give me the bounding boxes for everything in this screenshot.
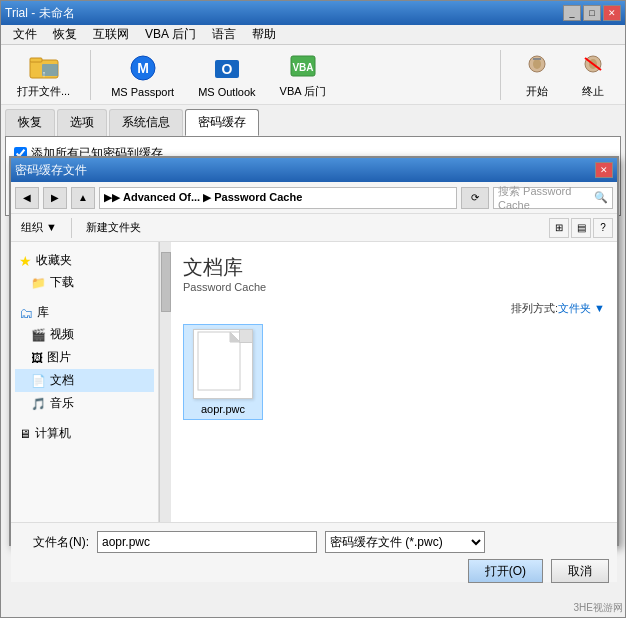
forward-icon: ▶ [51, 192, 59, 203]
computer-section: 🖥 计算机 [15, 423, 154, 444]
filename-label: 文件名(N): [19, 534, 89, 551]
up-icon: ▲ [78, 192, 88, 203]
dialog-bottom: 文件名(N): 密码缓存文件 (*.pwc) 打开(O) 取消 [11, 522, 617, 582]
favorites-section: ★ 收藏夹 📁 下载 [15, 250, 154, 294]
bottom-buttons: 打开(O) 取消 [19, 559, 609, 583]
library-section: 🗂 库 🎬 视频 🖼 图片 [15, 302, 154, 415]
dlg-toolbar-sep [71, 218, 72, 238]
filename-row: 文件名(N): 密码缓存文件 (*.pwc) [19, 531, 609, 553]
favorites-label: 收藏夹 [36, 252, 72, 269]
library-header[interactable]: 🗂 库 [15, 302, 154, 323]
nav-item-documents[interactable]: 📄 文档 [15, 369, 154, 392]
file-thumbnail [193, 329, 253, 399]
documents-icon: 📄 [31, 374, 46, 388]
music-icon: 🎵 [31, 397, 46, 411]
back-button[interactable]: ◀ [15, 187, 39, 209]
dialog-title-bar: 密码缓存文件 ✕ [11, 158, 617, 182]
sort-bar: 排列方式: 文件夹 ▼ [183, 301, 605, 316]
dialog-toolbar: 组织 ▼ 新建文件夹 ⊞ ▤ ? [11, 214, 617, 242]
cancel-button[interactable]: 取消 [551, 559, 609, 583]
sort-label: 排列方式: [511, 301, 558, 316]
content-header: 文档库 Password Cache [183, 254, 605, 293]
dialog-address-bar: ◀ ▶ ▲ ▶▶ Advanced Of... ▶ Password Cache… [11, 182, 617, 214]
nav-item-video[interactable]: 🎬 视频 [15, 323, 154, 346]
help-button[interactable]: ? [593, 218, 613, 238]
file-name: aopr.pwc [201, 403, 245, 415]
view-icons: ⊞ ▤ ? [549, 218, 613, 238]
content-title: 文档库 [183, 254, 605, 281]
dialog-overlay: 密码缓存文件 ✕ ◀ ▶ ▲ ▶▶ Advanced Of... ▶ Passw… [1, 1, 625, 617]
right-content: 文档库 Password Cache 排列方式: 文件夹 ▼ [171, 242, 617, 522]
main-window: Trial - 未命名 _ □ ✕ 文件 恢复 互联网 VBA 后门 语言 帮助… [0, 0, 626, 618]
left-nav-scrollbar[interactable] [159, 242, 171, 522]
dialog-close-button[interactable]: ✕ [595, 162, 613, 178]
back-icon: ◀ [23, 192, 31, 203]
open-button[interactable]: 打开(O) [468, 559, 543, 583]
pictures-icon: 🖼 [31, 351, 43, 365]
filename-input[interactable] [97, 531, 317, 553]
nav-item-download[interactable]: 📁 下载 [15, 271, 154, 294]
video-icon: 🎬 [31, 328, 46, 342]
file-grid: aopr.pwc [183, 324, 605, 420]
forward-button[interactable]: ▶ [43, 187, 67, 209]
organize-button[interactable]: 组织 ▼ [15, 218, 63, 237]
search-icon: 🔍 [594, 191, 608, 204]
address-breadcrumb[interactable]: ▶▶ Advanced Of... ▶ Password Cache [99, 187, 457, 209]
library-label: 库 [37, 304, 49, 321]
nav-item-music[interactable]: 🎵 音乐 [15, 392, 154, 415]
content-subtitle: Password Cache [183, 281, 605, 293]
nav-item-pictures[interactable]: 🖼 图片 [15, 346, 154, 369]
file-item-aopr[interactable]: aopr.pwc [183, 324, 263, 420]
star-icon: ★ [19, 253, 32, 269]
left-nav-wrapper: ★ 收藏夹 📁 下载 🗂 库 [11, 242, 171, 522]
refresh-button[interactable]: ⟳ [461, 187, 489, 209]
computer-header[interactable]: 🖥 计算机 [15, 423, 154, 444]
breadcrumb-text: ▶▶ Advanced Of... ▶ Password Cache [104, 191, 302, 204]
sort-value[interactable]: 文件夹 ▼ [558, 301, 605, 316]
left-nav: ★ 收藏夹 📁 下载 🗂 库 [11, 242, 159, 522]
refresh-icon: ⟳ [471, 192, 479, 203]
search-placeholder: 搜索 Password Cache [498, 184, 592, 211]
up-button[interactable]: ▲ [71, 187, 95, 209]
library-icon: 🗂 [19, 305, 33, 321]
favorites-header[interactable]: ★ 收藏夹 [15, 250, 154, 271]
filetype-select[interactable]: 密码缓存文件 (*.pwc) [325, 531, 485, 553]
dialog-title: 密码缓存文件 [15, 162, 87, 179]
computer-icon: 🖥 [19, 427, 31, 441]
dialog-body: ★ 收藏夹 📁 下载 🗂 库 [11, 242, 617, 522]
computer-label: 计算机 [35, 425, 71, 442]
password-cache-dialog: 密码缓存文件 ✕ ◀ ▶ ▲ ▶▶ Advanced Of... ▶ Passw… [9, 156, 619, 546]
scroll-thumb[interactable] [161, 252, 171, 312]
new-folder-button[interactable]: 新建文件夹 [80, 218, 147, 237]
view-btn-1[interactable]: ⊞ [549, 218, 569, 238]
download-folder-icon: 📁 [31, 276, 46, 290]
search-box[interactable]: 搜索 Password Cache 🔍 [493, 187, 613, 209]
view-btn-2[interactable]: ▤ [571, 218, 591, 238]
